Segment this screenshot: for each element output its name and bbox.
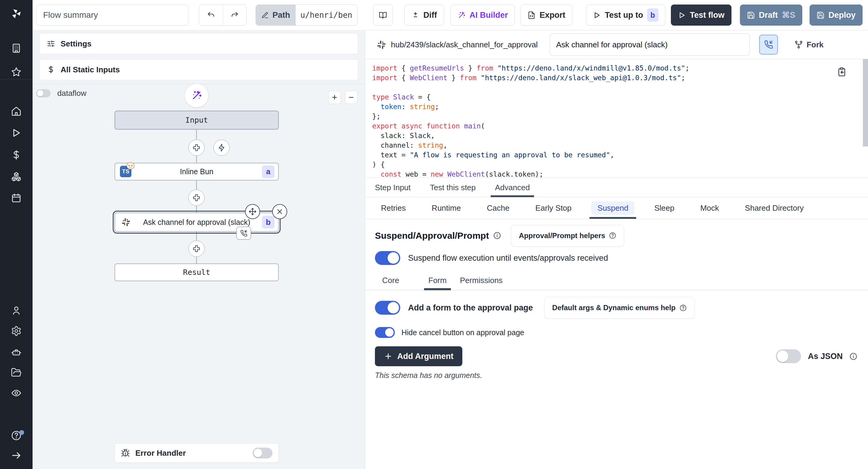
- node-inline-bun[interactable]: TS Inline Bun a: [115, 163, 279, 181]
- trigger-button[interactable]: [213, 139, 230, 156]
- ai-builder-button[interactable]: AI Builder: [451, 4, 515, 26]
- step-tabs: Step Input Test this step Advanced: [365, 178, 868, 197]
- diff-icon: [411, 11, 420, 19]
- tab-runtime[interactable]: Runtime: [426, 197, 467, 219]
- save-draft-button[interactable]: Draft ⌘S: [740, 4, 802, 26]
- test-flow-button[interactable]: Test flow: [671, 4, 732, 26]
- export-label: Export: [539, 10, 565, 20]
- test-flow-label: Test flow: [690, 10, 724, 20]
- insert-step-button-2[interactable]: [188, 190, 205, 206]
- info-icon[interactable]: [849, 352, 858, 361]
- diff-button[interactable]: Diff: [404, 4, 444, 26]
- undo-button[interactable]: [199, 5, 223, 25]
- test-up-to-label: Test up to: [605, 10, 643, 20]
- flow-settings-button[interactable]: Settings: [39, 33, 358, 54]
- sidebar-item-variables[interactable]: [0, 145, 33, 164]
- save-icon: [747, 11, 755, 19]
- test-up-to-button[interactable]: Test up to b: [586, 4, 665, 26]
- sidebar-item-settings[interactable]: [0, 321, 33, 341]
- sidebar-expand-button[interactable]: [0, 446, 33, 465]
- add-argument-button[interactable]: Add Argument: [375, 346, 462, 366]
- insert-step-button-1[interactable]: [188, 139, 205, 156]
- error-handler-row[interactable]: Error Handler: [115, 443, 279, 463]
- tab-suspend[interactable]: Suspend: [591, 197, 634, 219]
- export-button[interactable]: Export: [521, 4, 572, 26]
- zoom-in-button[interactable]: +: [328, 91, 341, 104]
- move-icon: [249, 208, 256, 216]
- settings-label: Settings: [61, 39, 92, 49]
- undo-redo-group: [199, 4, 247, 26]
- draft-shortcut: ⌘S: [782, 10, 795, 20]
- sidebar-item-help[interactable]: [0, 426, 33, 445]
- phone-incoming-icon: [764, 40, 773, 49]
- code-scrollbar-thumb[interactable]: [863, 59, 868, 147]
- tab-cache[interactable]: Cache: [481, 197, 516, 219]
- hub-script-path: hub/2439/slack/ask_channel_for_approval: [391, 40, 538, 50]
- deploy-button[interactable]: Deploy: [809, 4, 863, 26]
- clipboard-paste-icon[interactable]: [837, 67, 847, 77]
- slack-icon: [121, 217, 131, 227]
- tab-mock[interactable]: Mock: [694, 197, 725, 219]
- tab-core[interactable]: Core: [382, 271, 399, 290]
- slack-icon: [376, 40, 386, 50]
- suspend-status-button[interactable]: [759, 35, 778, 55]
- info-icon[interactable]: [493, 231, 501, 240]
- tab-early-stop[interactable]: Early Stop: [529, 197, 578, 219]
- node-input[interactable]: Input: [115, 111, 279, 130]
- test-up-to-step-badge: b: [647, 8, 658, 22]
- tab-step-input[interactable]: Step Input: [375, 178, 411, 197]
- diff-label: Diff: [424, 10, 437, 20]
- calendar-icon: [11, 193, 22, 204]
- sidebar-item-audit-logs[interactable]: [0, 383, 33, 403]
- sidebar-item-workspace[interactable]: [0, 39, 33, 58]
- as-json-toggle[interactable]: [776, 349, 801, 363]
- sidebar-item-runs[interactable]: [0, 123, 33, 143]
- suspend-execution-toggle[interactable]: [375, 251, 400, 265]
- sidebar-item-folders[interactable]: [0, 363, 33, 382]
- sidebar-item-home[interactable]: [0, 101, 33, 121]
- node-inline-bun-label: Inline Bun: [180, 167, 213, 176]
- path-label-segment: Path: [256, 5, 296, 25]
- all-static-inputs-button[interactable]: All Static Inputs: [39, 59, 358, 80]
- tab-permissions[interactable]: Permissions: [460, 271, 503, 290]
- move-step-button[interactable]: [245, 204, 260, 219]
- error-handler-toggle[interactable]: [253, 447, 273, 459]
- static-inputs-label: All Static Inputs: [61, 65, 120, 74]
- tab-shared-directory[interactable]: Shared Directory: [739, 197, 810, 219]
- sidebar-item-schedules[interactable]: [0, 188, 33, 208]
- docs-button[interactable]: [373, 4, 393, 26]
- ai-flow-wand-button[interactable]: [184, 84, 209, 107]
- sidebar-item-resources[interactable]: [0, 167, 33, 186]
- path-label: Path: [273, 10, 290, 20]
- node-input-label: Input: [185, 116, 208, 124]
- eye-icon: [11, 387, 22, 399]
- node-result[interactable]: Result: [115, 263, 279, 281]
- flow-summary-input[interactable]: [36, 4, 188, 26]
- tab-form[interactable]: Form: [428, 271, 447, 290]
- tab-retries[interactable]: Retries: [375, 197, 412, 219]
- path-button[interactable]: Path u/henri/ben: [255, 4, 358, 26]
- tab-advanced[interactable]: Advanced: [495, 178, 530, 197]
- default-args-help-button[interactable]: Default args & Dynamic enums help: [544, 297, 694, 319]
- tab-sleep[interactable]: Sleep: [648, 197, 681, 219]
- insert-step-button-3[interactable]: [188, 241, 205, 257]
- add-form-toggle[interactable]: [375, 301, 400, 315]
- zoom-out-button[interactable]: −: [345, 91, 358, 104]
- sidebar-item-workers[interactable]: [0, 342, 33, 362]
- hide-cancel-toggle[interactable]: [375, 327, 395, 338]
- building-icon: [11, 43, 22, 54]
- node-result-label: Result: [183, 268, 210, 277]
- delete-step-button[interactable]: [272, 204, 287, 219]
- close-icon: [276, 208, 284, 216]
- windmill-logo-icon[interactable]: [0, 4, 33, 24]
- step-name-input[interactable]: [550, 33, 750, 56]
- code-editor[interactable]: import { getResumeUrls } from "https://d…: [365, 59, 868, 178]
- dataflow-toggle[interactable]: [36, 89, 51, 97]
- sidebar-item-users[interactable]: [0, 301, 33, 320]
- helpers-button-label: Approval/Prompt helpers: [519, 231, 605, 240]
- redo-button[interactable]: [223, 5, 246, 25]
- approval-prompt-helpers-button[interactable]: Approval/Prompt helpers: [511, 225, 624, 247]
- tab-test-this-step[interactable]: Test this step: [430, 178, 476, 197]
- wand-sparkles-icon: [191, 90, 202, 101]
- fork-button[interactable]: Fork: [794, 40, 824, 50]
